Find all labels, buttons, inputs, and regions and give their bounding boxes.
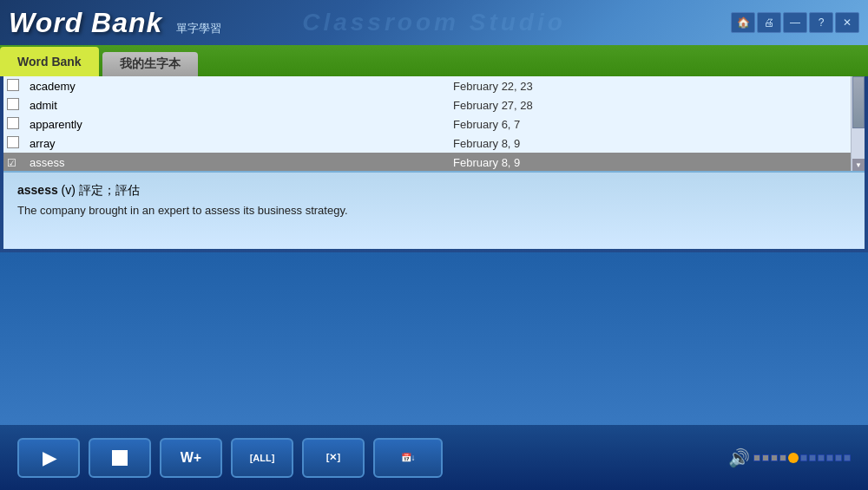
- word-cell: array: [24, 134, 448, 153]
- date-sort-button[interactable]: 📅↓: [373, 438, 443, 478]
- row-checkbox-cell: [3, 134, 24, 153]
- minimize-icon[interactable]: —: [783, 12, 807, 33]
- word-list-inner: academy February 22, 23 admit February 2…: [3, 76, 865, 171]
- volume-dot[interactable]: [788, 453, 799, 463]
- volume-segment: [779, 454, 786, 461]
- word-plus-button[interactable]: W+: [160, 438, 222, 478]
- volume-segment: [800, 454, 807, 461]
- volume-segment: [826, 454, 833, 461]
- home-icon[interactable]: 🏠: [731, 12, 755, 33]
- def-word-text: assess: [17, 183, 58, 197]
- stop-icon: [112, 450, 128, 466]
- table-row[interactable]: admit February 27, 28: [3, 95, 851, 114]
- definition-sentence: The company brought in an expert to asse…: [17, 202, 851, 219]
- stop-button[interactable]: [89, 438, 151, 478]
- date-sort-icon: 📅↓: [401, 453, 416, 463]
- table-row[interactable]: array February 8, 9: [3, 134, 851, 153]
- close-icon[interactable]: ✕: [835, 12, 859, 33]
- word-plus-label: W+: [181, 450, 201, 466]
- all-label: [ALL]: [250, 453, 275, 463]
- footer: ▶ W+ [ALL] [✕] 📅↓ 🔊: [0, 425, 868, 490]
- volume-icon[interactable]: 🔊: [728, 448, 750, 468]
- all-button[interactable]: [ALL]: [231, 438, 293, 478]
- volume-segment: [809, 454, 816, 461]
- word-cell: assess: [24, 153, 448, 171]
- volume-bar[interactable]: [753, 453, 851, 463]
- header: Word Bank 單字學習 Classroom Studio 🏠 🖨 — ? …: [0, 0, 868, 45]
- word-cell: admit: [24, 95, 448, 114]
- scrollbar-thumb[interactable]: [852, 76, 865, 128]
- row-checkbox-cell: [3, 76, 24, 95]
- tab-my-vocab[interactable]: 我的生字本: [102, 52, 198, 76]
- def-pos: (v): [62, 183, 76, 197]
- volume-segment: [753, 454, 760, 461]
- shuffle-button[interactable]: [✕]: [302, 438, 365, 478]
- help-icon[interactable]: ?: [809, 12, 833, 33]
- row-checkbox-cell: ☑: [3, 153, 24, 171]
- volume-segment: [771, 454, 778, 461]
- def-translation: 評定；評估: [79, 183, 140, 197]
- scroll-down-arrow[interactable]: ▼: [852, 159, 865, 171]
- header-icons: 🏠 🖨 — ? ✕: [731, 12, 859, 33]
- table-row[interactable]: ☑ assess February 8, 9: [3, 153, 851, 171]
- play-icon: ▶: [43, 448, 56, 468]
- word-table: academy February 22, 23 admit February 2…: [3, 76, 851, 171]
- date-cell: February 8, 9: [448, 153, 851, 171]
- volume-segment: [835, 454, 842, 461]
- word-list: academy February 22, 23 admit February 2…: [3, 76, 865, 171]
- volume-control: 🔊: [728, 448, 851, 468]
- scrollbar[interactable]: ▲ ▼: [851, 76, 865, 171]
- tab-word-bank[interactable]: Word Bank: [0, 47, 99, 76]
- word-cell: apparently: [24, 114, 448, 134]
- content-area: academy February 22, 23 admit February 2…: [3, 76, 865, 249]
- shuffle-label: [✕]: [326, 452, 340, 463]
- volume-segment: [844, 454, 851, 461]
- date-cell: February 22, 23: [448, 76, 851, 95]
- row-checkbox-cell: [3, 114, 24, 134]
- app-window: Word Bank 單字學習 Classroom Studio 🏠 🖨 — ? …: [0, 0, 868, 490]
- volume-segment: [762, 454, 769, 461]
- app-title: Word Bank: [9, 7, 162, 39]
- lower-area: [0, 252, 868, 425]
- date-cell: February 8, 9: [448, 134, 851, 153]
- word-checkbox[interactable]: [7, 117, 19, 129]
- volume-segment: [818, 454, 825, 461]
- word-checkbox[interactable]: [7, 136, 19, 148]
- table-row[interactable]: apparently February 6, 7: [3, 114, 851, 134]
- app-subtitle: 單字學習: [176, 21, 221, 36]
- date-cell: February 27, 28: [448, 95, 851, 114]
- table-row[interactable]: academy February 22, 23: [3, 76, 851, 95]
- row-checkbox-cell: [3, 95, 24, 114]
- definition-word: assess (v) 評定；評估: [17, 183, 851, 199]
- play-button[interactable]: ▶: [17, 438, 80, 478]
- word-checkbox[interactable]: [7, 98, 19, 110]
- word-checkbox[interactable]: [7, 79, 19, 91]
- header-title: Word Bank 單字學習: [9, 7, 221, 39]
- word-cell: academy: [24, 76, 448, 95]
- tabs-row: Word Bank 我的生字本: [0, 45, 868, 76]
- date-cell: February 6, 7: [448, 114, 851, 134]
- definition-area: assess (v) 評定；評估 The company brought in …: [3, 171, 865, 249]
- print-icon[interactable]: 🖨: [757, 12, 781, 33]
